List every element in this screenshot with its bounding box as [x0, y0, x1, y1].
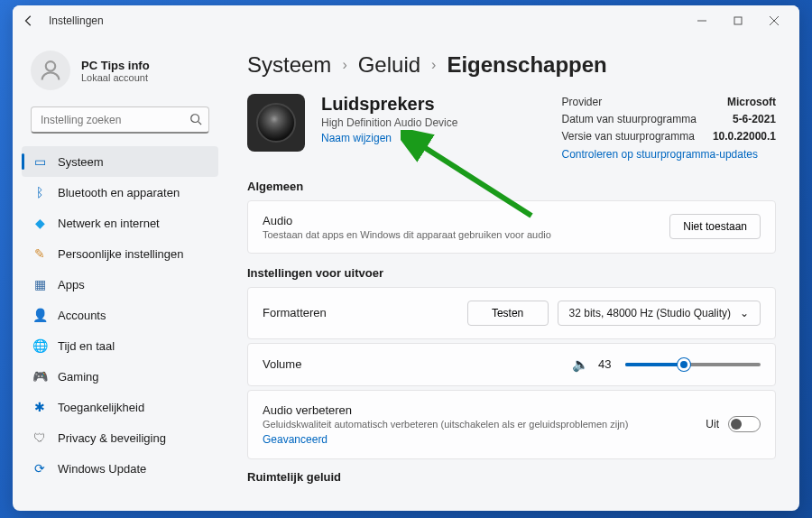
test-button[interactable]: Testen	[467, 301, 549, 326]
chevron-right-icon: ›	[342, 57, 346, 73]
enhance-card: Audio verbeteren Geluidskwaliteit automa…	[247, 390, 776, 459]
sidebar-item-label: Gaming	[58, 370, 99, 384]
device-subtitle: High Definition Audio Device	[321, 116, 502, 129]
driver-version-label: Versie van stuurprogramma	[562, 128, 695, 145]
sidebar-item-label: Persoonlijke instellingen	[58, 247, 183, 261]
breadcrumb: Systeem › Geluid › Eigenschappen	[247, 52, 776, 78]
minimize-button[interactable]	[684, 7, 720, 34]
sidebar-item-privacy[interactable]: 🛡 Privacy & beveiliging	[22, 422, 218, 453]
disallow-button[interactable]: Niet toestaan	[669, 214, 761, 239]
sidebar-item-apps[interactable]: ▦ Apps	[22, 269, 218, 300]
sidebar-item-label: Privacy & beveiliging	[58, 431, 166, 445]
sidebar-item-update[interactable]: ⟳ Windows Update	[22, 453, 218, 484]
sidebar-item-label: Windows Update	[58, 462, 146, 476]
advanced-link[interactable]: Geavanceerd	[263, 433, 328, 446]
nav-list: ▭ Systeem ᛒ Bluetooth en apparaten ◆ Net…	[22, 146, 218, 484]
bluetooth-icon: ᛒ	[32, 185, 47, 199]
sidebar-item-label: Netwerk en internet	[58, 217, 160, 230]
format-card: Formatteren Testen 32 bits, 48000 Hz (St…	[247, 287, 776, 339]
titlebar: Instellingen	[13, 5, 799, 36]
sidebar-item-accounts[interactable]: 👤 Accounts	[22, 300, 218, 330]
audio-sub: Toestaan dat apps en Windows dit apparaa…	[263, 229, 669, 240]
user-sub: Lokaal account	[81, 72, 150, 83]
driver-date-value: 5-6-2021	[733, 111, 776, 128]
section-general: Algemeen	[247, 180, 776, 193]
sidebar-item-label: Accounts	[58, 309, 106, 322]
driver-date-label: Datum van stuurprogramma	[562, 111, 697, 128]
sidebar-item-systeem[interactable]: ▭ Systeem	[22, 146, 218, 177]
audio-card: Audio Toestaan dat apps en Windows dit a…	[247, 200, 776, 254]
speaker-icon	[247, 94, 305, 152]
svg-point-4	[46, 61, 56, 71]
toggle-state: Uit	[706, 418, 719, 430]
sidebar-item-label: Apps	[58, 278, 85, 291]
brush-icon: ✎	[32, 246, 47, 261]
settings-window: Instellingen PC Tips info Lokaal a	[13, 5, 799, 511]
driver-version-value: 10.0.22000.1	[713, 128, 776, 145]
check-updates-link[interactable]: Controleren op stuurprogramma-updates	[562, 148, 758, 161]
sidebar-item-label: Tijd en taal	[58, 339, 115, 353]
controller-icon: 🎮	[32, 369, 47, 384]
accessibility-icon: ✱	[32, 400, 47, 414]
enhance-title: Audio verbeteren	[263, 403, 706, 417]
window-title: Instellingen	[49, 14, 104, 27]
globe-icon: 🌐	[32, 338, 47, 353]
volume-value: 43	[598, 357, 616, 371]
sidebar-item-label: Toegankelijkheid	[58, 401, 144, 414]
sidebar-item-netwerk[interactable]: ◆ Netwerk en internet	[22, 208, 218, 238]
refresh-icon: ⟳	[32, 461, 47, 476]
sidebar-item-tijd[interactable]: 🌐 Tijd en taal	[22, 330, 218, 361]
driver-info: ProviderMicrosoft Datum van stuurprogram…	[562, 94, 776, 163]
speaker-small-icon[interactable]: 🔈	[572, 356, 589, 373]
section-spatial: Ruimtelijk geluid	[247, 470, 776, 484]
shield-icon: 🛡	[32, 430, 47, 445]
display-icon: ▭	[32, 154, 47, 169]
user-block[interactable]: PC Tips info Lokaal account	[22, 43, 218, 103]
volume-card: Volume 🔈 43	[247, 343, 776, 386]
format-select[interactable]: 32 bits, 48000 Hz (Studio Quality) ⌄	[558, 301, 761, 326]
audio-title: Audio	[263, 214, 669, 227]
wifi-icon: ◆	[32, 216, 47, 230]
svg-rect-1	[734, 17, 742, 24]
volume-slider[interactable]	[625, 363, 761, 366]
device-title: Luidsprekers	[321, 94, 502, 115]
svg-line-6	[198, 122, 202, 125]
search-icon	[189, 113, 202, 128]
search-input[interactable]	[31, 106, 209, 134]
sidebar: PC Tips info Lokaal account ▭ Systeem ᛒ …	[13, 36, 224, 511]
sidebar-item-persoonlijk[interactable]: ✎ Persoonlijke instellingen	[22, 238, 218, 269]
sidebar-item-label: Bluetooth en apparaten	[58, 186, 180, 199]
crumb-systeem[interactable]: Systeem	[247, 52, 331, 78]
sidebar-item-toegankelijkheid[interactable]: ✱ Toegankelijkheid	[22, 392, 218, 422]
device-header: Luidsprekers High Definition Audio Devic…	[247, 94, 776, 163]
enhance-sub: Geluidskwaliteit automatisch verbeteren …	[263, 419, 706, 430]
enhance-toggle[interactable]	[728, 416, 761, 432]
chevron-down-icon: ⌄	[740, 307, 749, 319]
crumb-geluid[interactable]: Geluid	[358, 52, 420, 78]
volume-label: Volume	[263, 357, 572, 371]
close-button[interactable]	[756, 7, 792, 34]
crumb-eigenschappen: Eigenschappen	[447, 52, 606, 78]
sidebar-item-gaming[interactable]: 🎮 Gaming	[22, 361, 218, 392]
back-button[interactable]	[20, 12, 38, 30]
chevron-right-icon: ›	[431, 57, 436, 73]
apps-icon: ▦	[32, 277, 47, 291]
user-name: PC Tips info	[81, 59, 150, 72]
main-panel: Systeem › Geluid › Eigenschappen Luidspr…	[224, 36, 799, 511]
sidebar-item-label: Systeem	[58, 155, 104, 169]
provider-value: Microsoft	[727, 94, 776, 111]
rename-link[interactable]: Naam wijzigen	[321, 132, 392, 144]
person-icon: 👤	[32, 308, 47, 322]
svg-point-5	[191, 115, 199, 123]
provider-label: Provider	[562, 94, 603, 111]
maximize-button[interactable]	[720, 7, 756, 34]
avatar	[31, 51, 70, 90]
section-output: Instellingen voor uitvoer	[247, 266, 776, 280]
format-label: Formatteren	[263, 306, 467, 319]
sidebar-item-bluetooth[interactable]: ᛒ Bluetooth en apparaten	[22, 177, 218, 208]
format-value: 32 bits, 48000 Hz (Studio Quality)	[569, 307, 731, 319]
